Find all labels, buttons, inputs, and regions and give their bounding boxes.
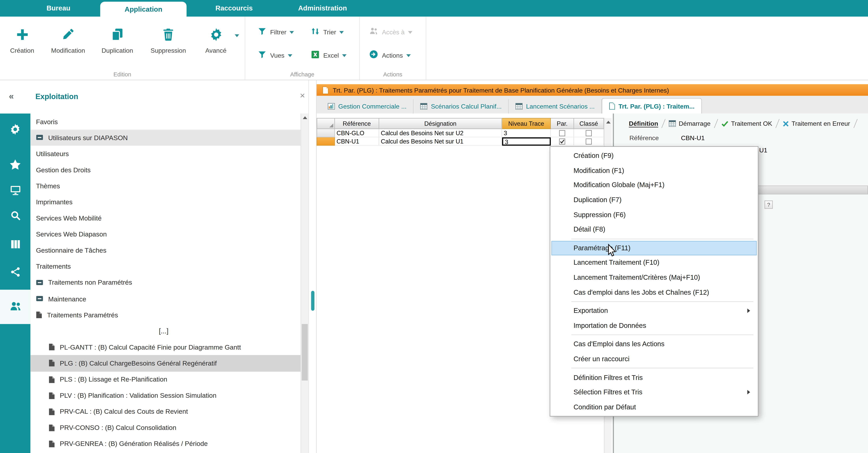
close-panel-button[interactable]: × (300, 91, 305, 101)
menu-item[interactable]: Lancement Traitement (F10) (551, 255, 757, 270)
sidebar-item[interactable]: PLS : (B) Lissage et Re-Planification (30, 371, 301, 388)
menu-item[interactable]: Importation de Données (551, 318, 757, 333)
chevron-down-icon[interactable] (406, 54, 410, 57)
rail-star-button[interactable] (0, 155, 30, 177)
sidebar-item[interactable]: PRV-CAL : (B) Calcul des Couts de Revien… (30, 404, 301, 420)
tab-raccourcis[interactable]: Raccourcis (212, 0, 256, 17)
menu-item[interactable]: Suppression (F6) (551, 207, 757, 222)
menu-item[interactable]: Exportation (551, 304, 757, 319)
vues-button[interactable]: Vues (255, 48, 294, 63)
menu-item[interactable]: Modification Globale (Maj+F1) (551, 178, 757, 193)
row-marker[interactable] (317, 138, 335, 146)
row-marker[interactable] (317, 129, 335, 138)
sidebar-item[interactable]: Services Web Diapason (30, 227, 301, 243)
rail-columns-button[interactable] (0, 234, 30, 256)
duplication-button[interactable]: Duplication (92, 21, 143, 54)
sidebar-item[interactable]: Favoris (30, 114, 301, 130)
table-row[interactable]: CBN-GLOCalcul des Besoins Net sur U23 (317, 129, 604, 138)
chevron-down-icon[interactable] (342, 54, 347, 57)
modification-button[interactable]: Modification (44, 21, 92, 54)
sidebar-item[interactable]: Traitements (30, 259, 301, 275)
doc-tab-trt-par-plg[interactable]: Trt. Par. (PLG) : Traitem... (602, 98, 702, 114)
checkbox[interactable] (586, 130, 592, 136)
rail-share-button[interactable] (0, 262, 30, 284)
doc-tab-scenarios-calcul[interactable]: Scénarios Calcul Planif... (414, 99, 509, 114)
help-button[interactable]: ? (765, 201, 773, 209)
filtrer-button[interactable]: Filtrer (255, 24, 297, 40)
rail-monitor-button[interactable] (0, 180, 30, 202)
column-header-reference[interactable]: Référence (335, 118, 379, 129)
tab-definition[interactable]: Définition (624, 120, 663, 127)
checkbox[interactable] (559, 130, 565, 136)
column-header-classe[interactable]: Classé (574, 118, 604, 129)
menu-item[interactable]: Cas d'Emploi dans les Actions (551, 337, 757, 352)
sidebar-item[interactable]: Utilisateurs sur DIAPASON (30, 130, 301, 146)
sidebar-scrollbar[interactable] (301, 114, 308, 453)
rail-gear-button[interactable] (0, 119, 30, 141)
chevron-down-icon[interactable] (235, 34, 239, 37)
menu-item[interactable]: Cas d'emploi dans les Jobs et Chaînes (F… (551, 285, 757, 300)
sidebar-item[interactable]: Traitements Paramétrés (30, 307, 301, 323)
doc-tab-gestion-commerciale[interactable]: Gestion Commerciale ... (321, 99, 414, 114)
menu-item[interactable]: Paramétrage (F11) (551, 241, 757, 255)
tab-demarrage[interactable]: Démarrage (664, 120, 715, 127)
splitter-handle[interactable] (311, 291, 314, 311)
doc-tab-lancement-scenarios[interactable]: Lancement Scénarios ... (509, 99, 602, 114)
rail-users-button[interactable] (0, 290, 30, 324)
scrollbar-thumb[interactable] (302, 324, 308, 381)
menu-item[interactable]: Définition Filtres et Tris (551, 370, 757, 385)
table-row[interactable]: CBN-U1Calcul des Besoins Net sur U13 (317, 138, 604, 146)
chevron-down-icon[interactable] (290, 31, 294, 34)
sidebar-item[interactable]: PL-GANTT : (B) Calcul Capacité Finie pou… (30, 339, 301, 355)
rail-search-button[interactable] (0, 206, 30, 228)
sidebar-item[interactable]: PLV : (B) Planification : Validation Ses… (30, 388, 301, 404)
sidebar-item[interactable]: [...] (30, 323, 301, 339)
sidebar-item[interactable]: Traitements non Paramétrés (30, 275, 301, 291)
cell-par[interactable] (551, 129, 574, 138)
cell-niveau-trace[interactable]: 3 (502, 138, 551, 146)
menu-item[interactable]: Créer un raccourci (551, 352, 757, 366)
cell-niveau-trace[interactable]: 3 (502, 129, 551, 138)
trier-button[interactable]: Trier (308, 24, 346, 40)
column-header-designation[interactable]: Désignation (379, 118, 502, 129)
sidebar-item[interactable]: PLG : (B) Calcul ChargeBesoins Général R… (30, 355, 301, 371)
sidebar-item[interactable]: Gestionnaire de Tâches (30, 242, 301, 259)
column-header-par[interactable]: Par. (551, 118, 574, 129)
menu-item[interactable]: Détail (F8) (551, 222, 757, 237)
scroll-up-arrow[interactable] (604, 118, 612, 126)
sidebar-item[interactable]: Maintenance (30, 291, 301, 307)
menu-item[interactable]: Création (F9) (551, 148, 757, 163)
tab-traitement-ok[interactable]: Traitement OK (716, 120, 777, 127)
tab-application[interactable]: Application (100, 2, 187, 17)
sidebar-item[interactable]: Utilisateurs (30, 146, 301, 162)
cell-reference[interactable]: CBN-U1 (335, 138, 379, 146)
cell-classe[interactable] (574, 138, 604, 146)
tab-administration[interactable]: Administration (295, 0, 350, 17)
sidebar-item[interactable]: PRV-GENREA : (B) Génération Réalisés / P… (30, 436, 301, 452)
cell-reference[interactable]: CBN-GLO (335, 129, 379, 138)
sidebar-item[interactable]: Gestion des Droits (30, 162, 301, 178)
checkbox[interactable] (559, 138, 565, 144)
sidebar-item[interactable]: Imprimantes (30, 194, 301, 210)
tab-traitement-erreur[interactable]: Traitement en Erreur (778, 120, 855, 127)
cell-classe[interactable] (574, 129, 604, 138)
panel-splitter[interactable] (308, 80, 317, 453)
creation-button[interactable]: Création (0, 21, 44, 54)
menu-item[interactable]: Modification (F1) (551, 163, 757, 178)
grid-corner-cell[interactable] (317, 118, 335, 129)
checkbox[interactable] (586, 138, 592, 144)
menu-item[interactable]: Condition par Défaut (551, 400, 757, 415)
scroll-up-arrow[interactable] (301, 114, 308, 122)
collapse-panel-button[interactable]: « (9, 91, 14, 101)
cell-designation[interactable]: Calcul des Besoins Net sur U2 (379, 129, 502, 138)
menu-item[interactable]: Duplication (F7) (551, 193, 757, 207)
chevron-down-icon[interactable] (340, 31, 344, 34)
column-header-niveau-trace[interactable]: Niveau Trace (502, 118, 551, 129)
tab-bureau[interactable]: Bureau (43, 0, 74, 17)
menu-item[interactable]: Sélection Filtres et Tris (551, 385, 757, 400)
menu-item[interactable]: Lancement Traitement/Critères (Maj+F10) (551, 270, 757, 285)
avance-button[interactable]: Avancé (194, 21, 238, 54)
sidebar-item[interactable]: Services Web Mobilité (30, 210, 301, 227)
sidebar-item[interactable]: Thèmes (30, 178, 301, 194)
cell-designation[interactable]: Calcul des Besoins Net sur U1 (379, 138, 502, 146)
